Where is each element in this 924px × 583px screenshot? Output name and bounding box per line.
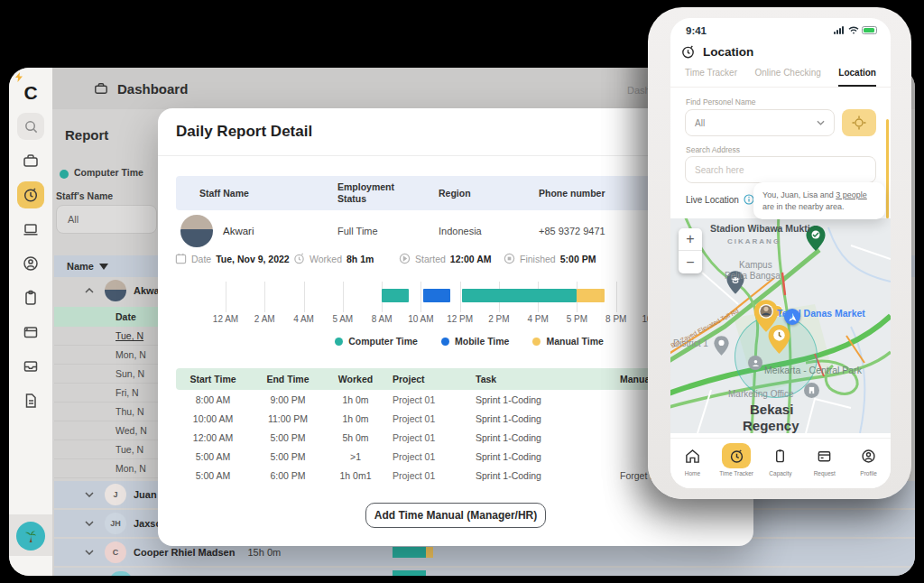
staff-photo <box>180 215 213 247</box>
time-table-cell: 5:00 AM <box>176 451 250 462</box>
locate-button[interactable] <box>842 109 876 136</box>
address-input[interactable]: Search here <box>685 156 876 183</box>
time-table-header-cell: Project <box>385 374 468 384</box>
time-table-cell: 11:00 PM <box>250 413 326 424</box>
address-label: Search Address <box>686 145 740 154</box>
zoom-out-button[interactable]: − <box>679 251 702 273</box>
page-title: Dashboard <box>117 81 188 97</box>
play-icon <box>399 253 411 264</box>
time-table-cell: Sprint 1-Coding <box>468 413 584 424</box>
nav-profile[interactable]: Profile <box>846 439 891 488</box>
personnel-select[interactable]: All <box>685 109 835 136</box>
timeline-chart: 12 AM2 AM4 AM5 AM8 AM10 AM12 PM2 PM4 PM5… <box>226 282 655 325</box>
tab-location[interactable]: Location <box>838 68 876 87</box>
chevron-up-icon[interactable] <box>85 288 94 293</box>
documents-icon[interactable] <box>17 387 44 414</box>
nav-request[interactable]: Request <box>802 439 846 488</box>
district-pin[interactable] <box>714 336 729 356</box>
stopwatch-icon <box>293 253 305 264</box>
reports-icon[interactable] <box>17 319 44 346</box>
user-avatar[interactable] <box>16 522 45 551</box>
home-icon <box>678 443 707 468</box>
map-label: Pelita Bangsa <box>725 271 781 281</box>
staff-initials-avatar: J <box>105 484 126 505</box>
manual-time-bar <box>426 547 433 558</box>
people-link[interactable]: 3 people <box>836 190 867 199</box>
chart-gridline <box>343 282 344 312</box>
stop-icon <box>504 253 515 264</box>
chart-gridline <box>420 282 421 312</box>
time-tracker-icon[interactable] <box>17 181 44 208</box>
legend-item: Mobile Time <box>441 336 509 347</box>
member-clock-pin[interactable] <box>768 325 790 354</box>
clock-icon <box>722 443 751 468</box>
person-marker[interactable] <box>748 356 762 370</box>
legend-item: Manual Time <box>532 336 603 347</box>
phone-screen: 9:41 Location Time TrackerOnline Checkin… <box>670 18 891 488</box>
staff-hours: 15h 0m <box>247 547 281 558</box>
office-marker[interactable] <box>804 383 819 398</box>
legend-dot <box>335 338 343 346</box>
nav-home[interactable]: Home <box>670 439 715 488</box>
staff-name: Juan <box>134 489 157 500</box>
time-table-cell: 9:00 PM <box>250 394 326 405</box>
nav-time-tracker[interactable]: Time Tracker <box>715 439 759 488</box>
time-table-header-cell: Start Time <box>176 374 250 384</box>
staff-name: Cooper Rhiel Madsen <box>134 547 235 558</box>
mobile-time-segment <box>423 289 450 302</box>
staff-name-label: Staff's Name <box>56 190 113 201</box>
map-zoom-controls: + − <box>679 228 702 273</box>
meta-started: Started12:00 AM <box>399 253 492 264</box>
phone-tabs: Time TrackerOnline CheckingLocation <box>670 68 891 88</box>
computer-time-segment <box>382 289 409 302</box>
time-table-header-cell: End Time <box>250 374 326 384</box>
chevron-down-icon[interactable] <box>85 521 94 526</box>
legend-dot <box>441 338 449 346</box>
chart-tick-label: 2 PM <box>488 314 509 324</box>
nav-label: Time Tracker <box>718 470 754 477</box>
inbox-icon[interactable] <box>17 353 44 380</box>
time-table-cell: >1 <box>326 451 385 462</box>
map[interactable]: + − Stadion Wibawa MuktiCIKARANGKampusPe… <box>670 218 891 433</box>
report-panel-title: Report <box>65 127 108 143</box>
chart-tick-label: 2 AM <box>254 314 275 324</box>
phone-bottom-nav: HomeTime TrackerCapacityRequestProfile <box>670 438 891 488</box>
members-icon[interactable] <box>17 250 44 277</box>
time-table-cell: 5h 0m <box>326 432 385 443</box>
search-icon[interactable] <box>17 113 44 140</box>
zoom-in-button[interactable]: + <box>679 228 702 251</box>
date-text: Tue, N <box>116 330 143 341</box>
tasks-icon[interactable] <box>17 284 44 311</box>
sort-icon[interactable] <box>99 264 108 270</box>
nav-capacity[interactable]: Capacity <box>759 439 803 488</box>
time-table-cell: 10:00 AM <box>176 413 250 424</box>
modal-title: Daily Report Detail <box>176 123 312 141</box>
staff-initials-avatar: JH <box>105 513 126 534</box>
manual-time-segment <box>577 289 604 302</box>
nav-label: Home <box>674 470 710 477</box>
app-logo[interactable]: C <box>17 79 44 106</box>
nav-label: Request <box>807 470 843 477</box>
legend-dot <box>532 338 541 346</box>
time-table-cell: Sprint 1-Coding <box>468 394 584 405</box>
chevron-down-icon[interactable] <box>85 550 94 555</box>
tab-online-checking[interactable]: Online Checking <box>754 68 820 87</box>
staff-name-select[interactable]: All <box>56 205 157 234</box>
time-table-cell: 1h 0m <box>326 394 385 405</box>
scrollbar[interactable] <box>886 119 889 218</box>
battery-icon <box>862 26 877 34</box>
crosshair-icon <box>852 116 866 130</box>
chevron-down-icon[interactable] <box>85 492 94 497</box>
time-table-cell: 8:00 AM <box>176 394 250 405</box>
request-icon <box>810 443 839 468</box>
chart-tick-label: 12 PM <box>447 314 473 324</box>
projects-icon[interactable] <box>17 147 44 174</box>
tab-time-tracker[interactable]: Time Tracker <box>685 68 737 87</box>
staff-bar <box>393 547 433 558</box>
devices-icon[interactable] <box>17 216 44 243</box>
phone-mockup: 9:41 Location Time TrackerOnline Checkin… <box>648 7 911 499</box>
time-table-cell: Sprint 1-Coding <box>468 451 584 462</box>
map-label: Regency <box>743 418 799 433</box>
chart-gridline <box>226 282 226 312</box>
add-time-manual-button[interactable]: Add Time Manual (Manager/HR) <box>365 503 546 528</box>
